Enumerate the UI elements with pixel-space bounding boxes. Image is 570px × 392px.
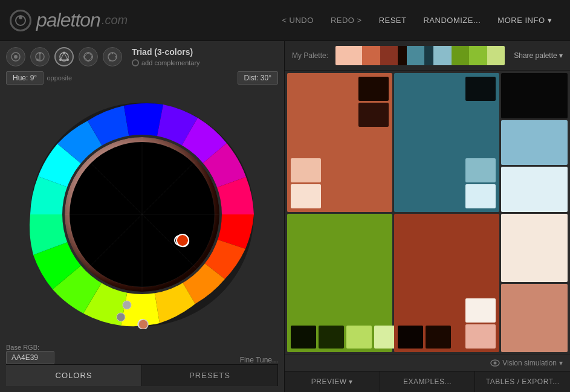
share-palette-button[interactable]: Share palette ▾	[514, 51, 563, 60]
base-rgb-section: Base RGB: Fine Tune...	[6, 341, 278, 364]
logo-text: paletton	[36, 9, 100, 31]
randomize-button[interactable]: RANDOMIZE...	[415, 11, 489, 30]
swatch-right-col-bottom	[501, 214, 568, 353]
vision-bar: Vision simulation ▾	[285, 355, 570, 371]
add-complementary-btn[interactable]: add complementary	[132, 59, 200, 66]
preview-tab[interactable]: PREVIEW ▾	[285, 371, 380, 392]
swatch-rust-dark1[interactable]	[398, 326, 423, 349]
scheme-icon-triad[interactable]	[54, 47, 74, 66]
palette-swatch-1	[362, 46, 380, 65]
logo: paletton .com	[10, 9, 128, 31]
palette-swatch-4	[407, 46, 424, 65]
hue-button[interactable]: Hue: 9°	[6, 71, 44, 85]
scheme-icons	[6, 47, 122, 66]
palette-preview	[335, 46, 505, 65]
presets-tab[interactable]: PRESETS	[142, 365, 278, 386]
colors-tab[interactable]: COLORS	[6, 365, 142, 386]
tables-export-tab[interactable]: TABLES / EXPORT...	[475, 371, 570, 392]
color-wheel[interactable]	[27, 100, 257, 329]
swatch-col-b1[interactable]	[501, 214, 568, 282]
swatch-rust-light1[interactable]	[465, 298, 496, 323]
examples-tab[interactable]: EXAMPLES...	[380, 371, 476, 392]
topbar: paletton .com < UNDO REDO > RESET RANDOM…	[0, 0, 570, 41]
scheme-icon-free[interactable]	[103, 47, 122, 66]
swatch-col-b2[interactable]	[501, 284, 568, 352]
svg-point-54	[117, 313, 125, 321]
scheme-icon-mono[interactable]	[6, 47, 25, 66]
scheme-icon-tetrad[interactable]	[79, 47, 98, 66]
palette-swatch-2	[380, 46, 398, 65]
palette-swatch-7	[452, 46, 469, 65]
logo-icon	[10, 10, 31, 31]
eye-icon	[490, 359, 500, 367]
left-panel: Triad (3-colors) add complementary Hue: …	[0, 41, 284, 392]
svg-point-25	[112, 53, 114, 54]
reset-button[interactable]: RESET	[371, 11, 415, 30]
undo-button[interactable]: < UNDO	[273, 11, 322, 30]
right-panel: My Palette: Share palette ▾	[285, 41, 570, 392]
swatch-col-dark[interactable]	[501, 73, 568, 118]
swatch-light2[interactable]	[291, 184, 321, 208]
svg-point-13	[59, 59, 62, 61]
swatch-col-light[interactable]	[501, 167, 568, 212]
redo-button[interactable]: REDO >	[322, 11, 371, 30]
svg-point-21	[91, 56, 93, 58]
svg-point-28	[109, 54, 111, 56]
swatch-right-col-top	[501, 73, 568, 212]
palette-swatch-5	[424, 46, 433, 65]
svg-point-23	[83, 56, 85, 58]
swatch-dark1[interactable]	[358, 77, 389, 101]
svg-point-1	[19, 16, 22, 19]
svg-point-27	[109, 60, 111, 62]
swatch-green-main[interactable]	[287, 214, 392, 353]
svg-point-3	[14, 55, 18, 59]
svg-point-51	[177, 234, 189, 246]
svg-point-58	[494, 362, 497, 365]
scheme-label: Triad (3-colors) add complementary	[132, 47, 200, 66]
svg-point-20	[88, 52, 89, 54]
svg-point-53	[123, 301, 131, 309]
main: Triad (3-colors) add complementary Hue: …	[0, 41, 570, 392]
moreinfo-button[interactable]: MORE INFO ▾	[489, 11, 560, 30]
swatch-green-dark1[interactable]	[291, 326, 316, 349]
swatch-teal-light2[interactable]	[465, 184, 496, 208]
opposite-text: opposite	[47, 74, 73, 82]
swatch-rust-dark2[interactable]	[426, 326, 451, 349]
palette-swatch-3	[398, 46, 407, 65]
fine-tune-button[interactable]: Fine Tune...	[240, 356, 278, 364]
dist-button[interactable]: Dist: 30°	[238, 71, 278, 85]
swatch-green-light1[interactable]	[346, 326, 372, 349]
swatch-terracotta-main[interactable]	[287, 73, 392, 212]
left-bottom-tabs: COLORS PRESETS	[6, 364, 278, 386]
my-palette-label: My Palette:	[292, 51, 328, 60]
palette-header: My Palette: Share palette ▾	[285, 41, 570, 71]
comp-dot	[132, 59, 139, 66]
base-rgb-input[interactable]	[6, 351, 54, 364]
svg-point-26	[115, 56, 117, 58]
palette-swatch-8	[469, 46, 487, 65]
svg-point-12	[63, 52, 65, 54]
hue-dist-row: Hue: 9° opposite Dist: 30°	[6, 71, 278, 85]
vision-simulation-button[interactable]: Vision simulation ▾	[490, 359, 563, 367]
swatch-teal-light1[interactable]	[465, 158, 496, 182]
scheme-icon-adjacent[interactable]	[30, 47, 50, 66]
svg-point-14	[66, 59, 69, 61]
swatch-teal-dark[interactable]	[465, 77, 496, 101]
swatch-teal-main[interactable]	[394, 73, 499, 212]
palette-swatch-9	[487, 46, 505, 65]
scheme-header: Triad (3-colors) add complementary	[6, 47, 278, 66]
swatch-dark2[interactable]	[358, 103, 389, 127]
swatch-rust-main[interactable]	[394, 214, 499, 353]
swatch-light1[interactable]	[291, 158, 321, 182]
scheme-title: Triad (3-colors)	[132, 47, 200, 57]
svg-point-22	[88, 60, 89, 62]
palette-swatch-6	[433, 46, 451, 65]
svg-point-52	[138, 320, 148, 329]
base-rgb-label: Base RGB:	[6, 344, 54, 351]
svg-point-7	[36, 59, 39, 61]
swatch-col-teal[interactable]	[501, 120, 568, 165]
color-wheel-container[interactable]	[6, 87, 278, 341]
swatch-green-dark2[interactable]	[319, 326, 344, 349]
hue-section: Hue: 9° opposite	[6, 71, 72, 85]
swatch-rust-light2[interactable]	[465, 324, 496, 349]
